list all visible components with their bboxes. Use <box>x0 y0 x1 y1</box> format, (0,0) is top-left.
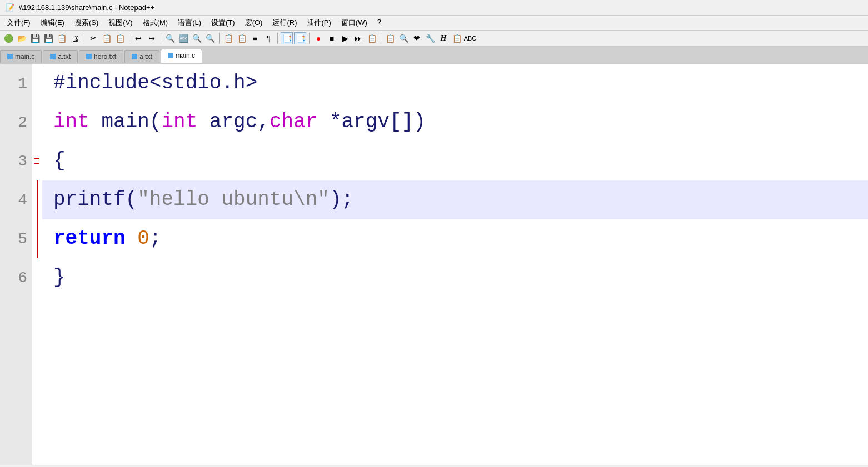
toolbar-record[interactable]: ● <box>312 32 325 44</box>
toolbar-save[interactable]: 💾 <box>29 32 41 44</box>
menu-run[interactable]: 运行(R) <box>268 17 301 29</box>
toolbar-stop[interactable]: ■ <box>326 32 338 44</box>
toolbar-zoom-in[interactable]: 📋 <box>222 32 235 44</box>
tab-dot-5 <box>168 53 173 58</box>
toolbar-new[interactable]: 🟢 <box>2 32 14 44</box>
toolbar-h[interactable]: H <box>437 32 450 44</box>
tab-dot-1 <box>7 54 13 59</box>
tab-main-c-1[interactable]: main.c <box>0 50 42 63</box>
code-printf: printf( <box>53 180 137 219</box>
code-close-brace: } <box>53 258 66 297</box>
toolbar-copy[interactable]: 📋 <box>101 32 113 44</box>
window-title: \\192.168.1.139\share\main.c - Notepad++ <box>19 3 154 12</box>
menu-macro[interactable]: 宏(O) <box>241 17 267 29</box>
gutter-line-2 <box>32 103 42 142</box>
toolbar-search-online[interactable]: 🔍 <box>397 32 410 44</box>
toolbar-sep-1 <box>84 33 84 44</box>
toolbar: 🟢 📂 💾 💾 📋 🖨 ✂ 📋 📋 ↩ ↪ 🔍 🔤 🔍 🔍 📋 📋 ≡ ¶ 📑 … <box>0 31 868 47</box>
tab-main-c-2[interactable]: main.c <box>161 49 202 63</box>
toolbar-find4[interactable]: 🔍 <box>204 32 216 44</box>
tab-dot-3 <box>86 54 92 59</box>
menu-window[interactable]: 窗口(W) <box>337 17 372 29</box>
toolbar-paragraph[interactable]: ¶ <box>262 32 275 44</box>
toolbar-redo[interactable]: ↪ <box>146 32 158 44</box>
toolbar-plugin[interactable]: 🔧 <box>424 32 436 44</box>
editor-container: 1 2 3 4 5 6 #include<stdio.h> int main(i… <box>0 64 868 465</box>
fold-box[interactable] <box>34 158 39 164</box>
toolbar-save-all[interactable]: 💾 <box>42 32 54 44</box>
code-zero: 0 <box>137 219 149 258</box>
tab-label-2: a.txt <box>58 53 71 61</box>
tab-dot-4 <box>132 54 137 59</box>
toolbar-find3[interactable]: 🔍 <box>191 32 203 44</box>
line-numbers: 1 2 3 4 5 6 <box>0 64 32 465</box>
code-line-6: } <box>42 258 868 297</box>
gutter-line-5 <box>32 219 42 258</box>
status-bar: https://blog.csdn.net/weixin_40... <box>0 465 868 467</box>
code-line-5: return 0; <box>42 219 868 258</box>
menu-view[interactable]: 视图(V) <box>104 17 137 29</box>
menu-help[interactable]: ? <box>373 17 386 29</box>
gutter-line-1 <box>32 64 42 103</box>
toolbar-find[interactable]: 🔍 <box>164 32 176 44</box>
code-char-keyword: char <box>270 103 317 142</box>
tab-label-1: main.c <box>15 53 34 61</box>
tab-label-5: main.c <box>176 52 195 59</box>
tabs-bar: main.c a.txt hero.txt a.txt main.c <box>0 47 868 64</box>
menu-plugin[interactable]: 插件(P) <box>302 17 335 29</box>
tab-a-txt-2[interactable]: a.txt <box>124 50 159 63</box>
code-int-keyword: int <box>53 103 101 142</box>
code-open-brace: { <box>53 142 66 180</box>
code-line-1: #include<stdio.h> <box>42 64 868 103</box>
gutter <box>32 64 42 465</box>
line-num-1: 1 <box>0 64 32 103</box>
gutter-line-4 <box>32 180 42 219</box>
toolbar-close[interactable]: 📋 <box>56 32 68 44</box>
menu-settings[interactable]: 设置(T) <box>207 17 240 29</box>
toolbar-open[interactable]: 📂 <box>16 32 28 44</box>
tab-hero-txt[interactable]: hero.txt <box>79 50 123 63</box>
code-int-keyword2: int <box>161 103 197 142</box>
menu-format[interactable]: 格式(M) <box>138 17 173 29</box>
toolbar-copy2[interactable]: 📋 <box>451 32 463 44</box>
code-include: #include<stdio.h> <box>53 64 257 103</box>
toolbar-play-many[interactable]: ⏭ <box>352 32 365 44</box>
toolbar-undo[interactable]: ↩ <box>132 32 144 44</box>
line-num-2: 2 <box>0 103 32 142</box>
code-line-2: int main(int argc,char *argv[]) <box>42 103 868 142</box>
toolbar-sep-3 <box>161 33 161 44</box>
gutter-line-3 <box>32 142 42 180</box>
code-line-3: { <box>42 142 868 180</box>
menu-language[interactable]: 语言(L) <box>173 17 206 29</box>
line-num-4: 4 <box>0 180 32 219</box>
toolbar-sync-vert[interactable]: 📑 <box>281 32 293 44</box>
menu-search[interactable]: 搜索(S) <box>70 17 103 29</box>
toolbar-print[interactable]: 🖨 <box>69 32 81 44</box>
code-line-4: printf("hello ubuntu\n"); <box>42 180 868 219</box>
toolbar-find2[interactable]: 🔤 <box>177 32 189 44</box>
code-area[interactable]: #include<stdio.h> int main(int argc,char… <box>42 64 868 465</box>
toolbar-zoom-out[interactable]: 📋 <box>236 32 248 44</box>
menu-file[interactable]: 文件(F) <box>2 17 35 29</box>
toolbar-play[interactable]: ▶ <box>339 32 351 44</box>
toolbar-open-recent[interactable]: 📋 <box>384 32 396 44</box>
tab-dot-2 <box>50 54 56 59</box>
toolbar-abc[interactable]: ABC <box>464 32 476 44</box>
toolbar-align[interactable]: ≡ <box>249 32 261 44</box>
title-icon: 📝 <box>6 3 14 12</box>
code-printf-close: ); <box>330 180 353 219</box>
code-argc: argc, <box>197 103 270 142</box>
tab-a-txt-1[interactable]: a.txt <box>43 50 78 63</box>
menu-edit[interactable]: 编辑(E) <box>36 17 69 29</box>
toolbar-sep-7 <box>381 33 381 44</box>
line-num-3: 3 <box>0 142 32 180</box>
code-main: main( <box>101 103 161 142</box>
toolbar-sync-horiz[interactable]: 📑 <box>294 32 306 44</box>
toolbar-bookmark[interactable]: ❤ <box>411 32 423 44</box>
code-return: return <box>53 219 137 258</box>
toolbar-cut[interactable]: ✂ <box>87 32 99 44</box>
toolbar-paste[interactable]: 📋 <box>114 32 126 44</box>
toolbar-save-macro[interactable]: 📋 <box>366 32 378 44</box>
toolbar-sep-4 <box>219 33 220 44</box>
line-num-5: 5 <box>0 219 32 258</box>
